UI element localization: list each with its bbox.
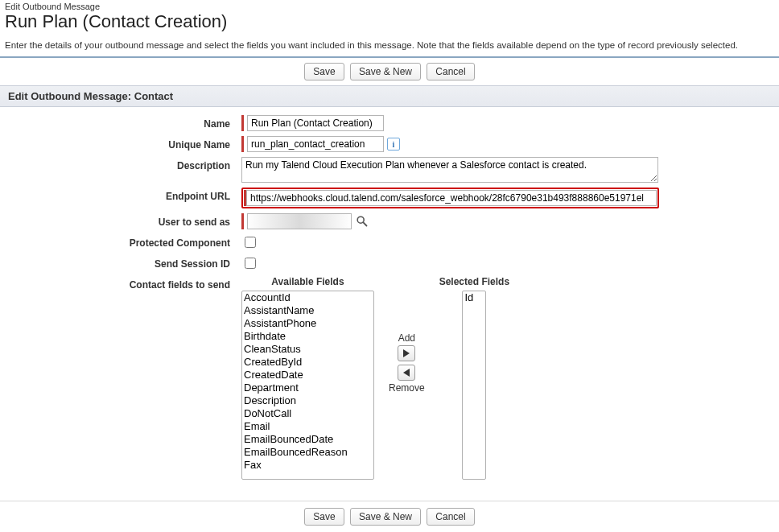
selected-fields-list[interactable]: Id [462, 291, 486, 480]
cancel-button[interactable]: Cancel [427, 63, 474, 80]
list-item[interactable]: DoNotCall [242, 407, 373, 420]
list-item[interactable]: Id [463, 291, 485, 304]
label-name: Name [8, 115, 241, 130]
selected-column: Selected Fields Id [439, 276, 509, 480]
save-button[interactable]: Save [304, 63, 344, 80]
section-header-prefix: Edit Outbound Message: [8, 90, 131, 102]
page-title: Run Plan (Contact Creation) [0, 11, 779, 37]
save-and-new-button-bottom[interactable]: Save & New [350, 508, 421, 526]
add-label: Add [398, 332, 415, 344]
description-textarea[interactable] [241, 157, 658, 183]
svg-marker-3 [403, 369, 410, 377]
section-header-object: Contact [134, 90, 173, 102]
lookup-icon[interactable] [355, 214, 369, 229]
session-id-checkbox[interactable] [245, 258, 256, 269]
row-protected-component: Protected Component [8, 234, 771, 250]
list-item[interactable]: Email [242, 420, 373, 433]
top-button-bar: Save Save & New Cancel [0, 58, 779, 85]
row-unique-name: Unique Name i [8, 136, 771, 152]
transfer-controls: Add Remove [389, 276, 425, 394]
instructions-text: Enter the details of your outbound messa… [0, 37, 779, 58]
user-input[interactable] [247, 213, 352, 229]
list-item[interactable]: CreatedById [242, 356, 373, 369]
label-session-id: Send Session ID [8, 255, 241, 270]
label-user: User to send as [8, 213, 241, 228]
label-endpoint-url: Endpoint URL [8, 188, 241, 202]
list-item[interactable]: Fax [242, 459, 373, 472]
remove-label: Remove [389, 382, 425, 394]
available-fields-list[interactable]: AccountIdAssistantNameAssistantPhoneBirt… [241, 291, 374, 480]
list-item[interactable]: EmailBouncedDate [242, 433, 373, 446]
name-input[interactable] [247, 115, 384, 131]
unique-name-input[interactable] [247, 136, 384, 152]
list-item[interactable]: AccountId [242, 291, 373, 304]
list-item[interactable]: AssistantName [242, 304, 373, 317]
endpoint-url-input[interactable] [246, 190, 657, 206]
list-item[interactable]: Department [242, 381, 373, 394]
label-unique-name: Unique Name [8, 136, 241, 151]
required-indicator [241, 213, 244, 229]
info-icon[interactable]: i [387, 138, 400, 151]
add-button[interactable] [398, 345, 415, 361]
required-indicator [241, 115, 244, 131]
row-name: Name [8, 115, 771, 131]
list-item[interactable]: CleanStatus [242, 343, 373, 356]
row-send-session-id: Send Session ID [8, 255, 771, 271]
list-item[interactable]: Birthdate [242, 330, 373, 343]
save-and-new-button[interactable]: Save & New [350, 63, 421, 80]
row-user-to-send-as: User to send as [8, 213, 771, 229]
section-header: Edit Outbound Message: Contact [0, 85, 779, 107]
list-item[interactable]: EmailBouncedReason [242, 446, 373, 459]
bottom-button-bar: Save Save & New Cancel [0, 501, 779, 532]
available-fields-caption: Available Fields [271, 276, 344, 287]
svg-marker-2 [403, 349, 410, 357]
save-button-bottom[interactable]: Save [304, 508, 344, 526]
svg-line-1 [363, 222, 366, 225]
required-indicator [241, 136, 244, 152]
label-description: Description [8, 157, 241, 171]
protected-checkbox[interactable] [245, 237, 256, 248]
row-endpoint-url: Endpoint URL [8, 188, 771, 208]
row-description: Description [8, 157, 771, 183]
list-item[interactable]: AssistantPhone [242, 317, 373, 330]
cancel-button-bottom[interactable]: Cancel [427, 508, 474, 526]
list-item[interactable]: CreatedDate [242, 369, 373, 381]
page-section-label: Edit Outbound Message [0, 0, 779, 11]
form-area: Name Unique Name i Description Endpoint … [0, 107, 779, 501]
label-contact-fields: Contact fields to send [8, 276, 241, 291]
endpoint-highlight [241, 188, 659, 208]
remove-button[interactable] [398, 365, 415, 381]
selected-fields-caption: Selected Fields [439, 276, 509, 287]
available-column: Available Fields AccountIdAssistantNameA… [241, 276, 374, 480]
label-protected: Protected Component [8, 234, 241, 249]
row-contact-fields: Contact fields to send Available Fields … [8, 276, 771, 480]
list-item[interactable]: Description [242, 394, 373, 407]
dual-listbox: Available Fields AccountIdAssistantNameA… [241, 276, 509, 480]
